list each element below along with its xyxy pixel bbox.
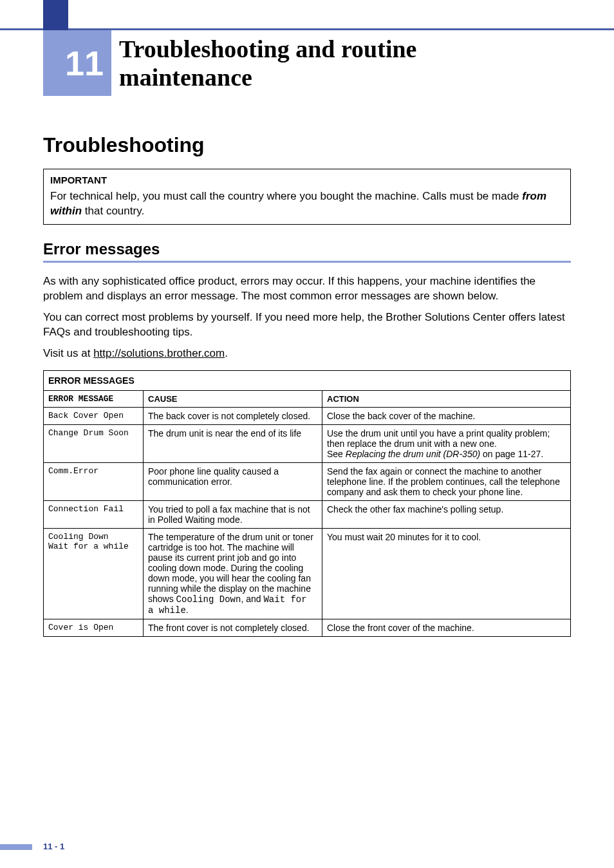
heading-underline — [43, 261, 571, 263]
action-line1: Use the drum unit until you have a print… — [327, 428, 550, 449]
important-box: IMPORTANT For technical help, you must c… — [43, 169, 571, 225]
cell-cause: You tried to poll a fax machine that is … — [144, 500, 322, 528]
paragraph-1: As with any sophisticated office product… — [43, 274, 571, 304]
page-footer: 11 - 1 — [0, 841, 614, 850]
cell-cause: The front cover is not completely closed… — [144, 619, 322, 636]
action-line2-suffix: on page 11-27. — [480, 449, 543, 459]
cause-part3: . — [186, 605, 189, 615]
cell-action: Close the back cover of the machine. — [322, 407, 571, 424]
table-row: Cooling Down Wait for a while The temper… — [44, 528, 571, 619]
important-label: IMPORTANT — [50, 175, 564, 185]
troubleshooting-heading: Troubleshooting — [43, 133, 571, 157]
table-caption: ERROR MESSAGES — [44, 370, 571, 390]
content-area: Troubleshooting IMPORTANT For technical … — [0, 133, 614, 637]
cell-action: You must wait 20 minutes for it to cool. — [322, 528, 571, 619]
error-messages-heading: Error messages — [43, 240, 571, 261]
table-row: Comm.Error Poor phone line quality cause… — [44, 462, 571, 500]
paragraph-2: You can correct most problems by yoursel… — [43, 310, 571, 340]
table-row: Connection Fail You tried to poll a fax … — [44, 500, 571, 528]
cell-action: Use the drum unit until you have a print… — [322, 424, 571, 462]
cell-message: Back Cover Open — [44, 407, 144, 424]
message-line2: Wait for a while — [48, 542, 129, 551]
cell-message: Comm.Error — [44, 462, 144, 500]
action-line2-italic: Replacing the drum unit (DR-350) — [346, 449, 480, 459]
chapter-number-box: 11 — [43, 30, 111, 96]
cell-cause: The back cover is not completely closed. — [144, 407, 322, 424]
cause-part1: The temperature of the drum unit or tone… — [148, 532, 313, 604]
cell-message: Cooling Down Wait for a while — [44, 528, 144, 619]
para3-prefix: Visit us at — [43, 347, 93, 359]
blue-tab — [43, 0, 68, 30]
message-line1: Cooling Down — [48, 532, 109, 542]
chapter-title-line2: maintenance — [119, 64, 252, 91]
chapter-header: 11 Troubleshooting and routine maintenan… — [0, 30, 614, 96]
table-row: Change Drum Soon The drum unit is near t… — [44, 424, 571, 462]
chapter-title: Troubleshooting and routine maintenance — [111, 30, 416, 96]
chapter-number: 11 — [65, 43, 104, 83]
table-row: Cover is Open The front cover is not com… — [44, 619, 571, 636]
cell-action: Send the fax again or connect the machin… — [322, 462, 571, 500]
paragraph-3: Visit us at http://solutions.brother.com… — [43, 346, 571, 361]
cause-mono1: Cooling Down — [176, 594, 241, 605]
table-caption-row: ERROR MESSAGES — [44, 370, 571, 390]
top-bar — [0, 0, 614, 30]
page-number: 11 - 1 — [43, 842, 64, 851]
header-message: ERROR MESSAGE — [44, 390, 144, 407]
solutions-link[interactable]: http://solutions.brother.com — [93, 347, 225, 359]
cell-cause: The drum unit is near the end of its lif… — [144, 424, 322, 462]
header-cause: CAUSE — [144, 390, 322, 407]
table-row: Back Cover Open The back cover is not co… — [44, 407, 571, 424]
header-action: ACTION — [322, 390, 571, 407]
cell-action: Check the other fax machine's polling se… — [322, 500, 571, 528]
cell-message: Change Drum Soon — [44, 424, 144, 462]
cell-action: Close the front cover of the machine. — [322, 619, 571, 636]
para3-suffix: . — [225, 347, 228, 359]
cause-part2: , and — [241, 594, 263, 604]
table-header-row: ERROR MESSAGE CAUSE ACTION — [44, 390, 571, 407]
important-text-part2: that country. — [82, 205, 144, 217]
action-line2-prefix: See — [327, 449, 346, 459]
cell-message: Cover is Open — [44, 619, 144, 636]
chapter-title-line1: Troubleshooting and routine — [119, 35, 416, 62]
important-text: For technical help, you must call the co… — [50, 189, 564, 219]
cell-message: Connection Fail — [44, 500, 144, 528]
footer-bar — [0, 844, 32, 850]
error-messages-table: ERROR MESSAGES ERROR MESSAGE CAUSE ACTIO… — [43, 370, 571, 637]
cell-cause: Poor phone line quality caused a communi… — [144, 462, 322, 500]
cell-cause: The temperature of the drum unit or tone… — [144, 528, 322, 619]
important-text-part1: For technical help, you must call the co… — [50, 190, 522, 202]
